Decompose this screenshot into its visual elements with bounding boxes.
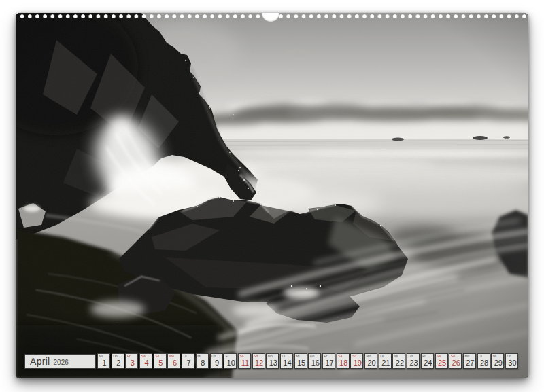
day-number: 3 <box>126 359 137 368</box>
day-cell-7: Di7 <box>182 353 194 369</box>
day-cell-17: Fr17 <box>322 353 335 369</box>
day-number: 27 <box>464 359 475 368</box>
weekday-label: Di <box>184 355 187 358</box>
seascape-photo <box>16 13 528 378</box>
weekday-label: Di <box>282 355 285 358</box>
day-number: 19 <box>351 359 362 368</box>
day-cell-9: Do9 <box>210 353 223 369</box>
weekday-label: Do <box>409 355 413 358</box>
day-number: 20 <box>365 359 377 368</box>
day-cell-21: Di21 <box>379 353 392 369</box>
weekday-label: Fr <box>127 355 131 358</box>
day-number: 18 <box>337 359 349 368</box>
day-cell-2: Do2 <box>112 353 124 369</box>
weekday-label: Mi <box>394 355 398 358</box>
day-cell-24: Fr24 <box>421 353 434 369</box>
month-name: April <box>30 356 50 368</box>
weekday-label: Di <box>380 355 384 358</box>
day-number: 5 <box>154 359 166 368</box>
day-cell-30: Do30 <box>505 353 518 369</box>
calendar-date-strip: April 2026 Mi1Do2Fr3Sa4So5Mo6Di7Mi8Do9Fr… <box>16 353 528 371</box>
weekday-label: Do <box>310 355 314 358</box>
day-cell-22: Mi22 <box>392 353 405 369</box>
vignette <box>16 13 528 378</box>
weekday-label: Fr <box>226 355 229 358</box>
day-cell-1: Mi1 <box>97 353 110 369</box>
day-number: 23 <box>407 359 419 368</box>
day-number: 13 <box>267 359 278 368</box>
day-number: 8 <box>197 359 208 368</box>
day-number: 21 <box>379 359 391 368</box>
weekday-label: So <box>451 355 455 358</box>
month-label-box: April 2026 <box>24 354 96 369</box>
weekday-label: Mi <box>99 355 103 358</box>
day-number: 15 <box>295 359 307 368</box>
day-number: 10 <box>224 359 236 368</box>
day-number: 26 <box>449 359 461 368</box>
day-number: 12 <box>253 359 265 368</box>
weekday-label: Mo <box>367 355 371 358</box>
day-cell-27: Mo27 <box>463 353 476 369</box>
day-number: 17 <box>323 359 335 368</box>
weekday-label: Mi <box>296 355 299 358</box>
weekday-label: Mo <box>169 355 174 358</box>
weekday-label: Fr <box>324 355 328 358</box>
day-number: 2 <box>112 359 124 368</box>
day-cell-20: Mo20 <box>364 353 377 369</box>
day-number: 7 <box>182 359 194 368</box>
day-cell-12: So12 <box>252 353 265 369</box>
day-number: 30 <box>506 359 517 368</box>
weekday-label: Sa <box>437 355 441 358</box>
day-number: 4 <box>140 359 152 368</box>
day-cell-26: So26 <box>449 353 462 369</box>
day-number: 1 <box>98 359 109 368</box>
day-cell-18: Sa18 <box>337 353 350 369</box>
weekday-label: Do <box>113 355 117 358</box>
weekday-label: So <box>155 355 159 358</box>
day-number: 22 <box>393 359 405 368</box>
weekday-label: Mo <box>268 355 273 358</box>
day-cell-28: Di28 <box>477 353 490 369</box>
weekday-label: So <box>254 355 258 358</box>
day-cell-11: Sa11 <box>238 353 251 369</box>
weekday-label: Do <box>211 355 216 358</box>
day-cell-6: Mo6 <box>167 353 180 369</box>
day-number: 11 <box>239 359 250 368</box>
day-cell-25: Sa25 <box>435 353 448 369</box>
day-number: 6 <box>168 359 180 368</box>
weekday-label: So <box>352 355 356 358</box>
day-cell-3: Fr3 <box>125 353 138 369</box>
day-number: 16 <box>309 359 320 368</box>
day-number: 25 <box>436 359 447 368</box>
day-cell-8: Mi8 <box>196 353 209 369</box>
day-number: 24 <box>422 359 433 368</box>
weekday-label: Sa <box>141 355 146 358</box>
day-number: 29 <box>492 359 503 368</box>
weekday-label: Di <box>479 355 482 358</box>
product-backdrop: { "calendar": { "month": "April", "year"… <box>0 0 544 392</box>
weekday-label: Fr <box>422 355 426 358</box>
weekday-label: Mi <box>493 355 496 358</box>
calendar-page: April 2026 Mi1Do2Fr3Sa4So5Mo6Di7Mi8Do9Fr… <box>16 13 528 378</box>
day-cell-19: So19 <box>350 353 363 369</box>
day-cells-row: Mi1Do2Fr3Sa4So5Mo6Di7Mi8Do9Fr10Sa11So12M… <box>97 353 520 369</box>
day-cell-14: Di14 <box>280 353 293 369</box>
day-cell-10: Fr10 <box>224 353 237 369</box>
weekday-label: Sa <box>338 355 342 358</box>
year-number: 2026 <box>54 359 69 366</box>
weekday-label: Sa <box>239 355 243 358</box>
day-number: 14 <box>281 359 292 368</box>
day-cell-15: Mi15 <box>294 353 307 369</box>
weekday-label: Mo <box>464 355 469 358</box>
day-cell-4: Sa4 <box>139 353 152 369</box>
day-cell-13: Mo13 <box>266 353 279 369</box>
day-cell-16: Do16 <box>308 353 321 369</box>
weekday-label: Mi <box>197 355 201 358</box>
weekday-label: Do <box>507 355 511 358</box>
day-cell-23: Do23 <box>407 353 420 369</box>
day-cell-5: So5 <box>154 353 167 369</box>
day-cell-29: Mi29 <box>491 353 504 369</box>
day-number: 28 <box>478 359 490 368</box>
day-number: 9 <box>211 359 222 368</box>
